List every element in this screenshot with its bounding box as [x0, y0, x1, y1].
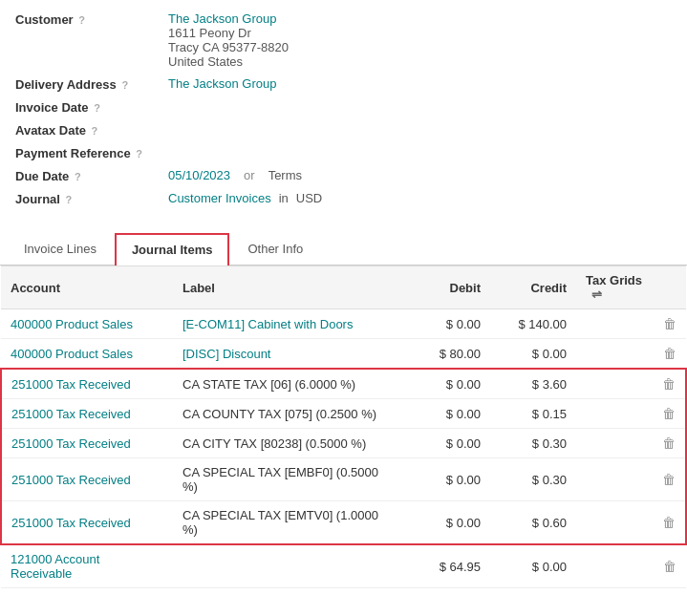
due-date-help-icon[interactable]: ?	[75, 171, 81, 182]
col-header-label: Label	[173, 266, 404, 309]
journal-label: Journal ?	[15, 191, 168, 206]
delivery-address-label-text: Delivery Address	[15, 77, 117, 92]
invoice-date-row: Invoice Date ?	[15, 99, 672, 115]
delete-cell: 🗑	[653, 429, 686, 458]
delete-cell: 🗑	[653, 399, 686, 429]
invoice-date-label-text: Invoice Date	[15, 100, 89, 115]
journal-row: Journal ? Customer Invoices in USD	[15, 191, 672, 206]
customer-address-line3: United States	[168, 54, 672, 69]
due-date-text: 05/10/2023	[168, 168, 230, 182]
table-row: 251000 Tax ReceivedCA STATE TAX [06] (6.…	[1, 369, 686, 399]
payment-reference-label-text: Payment Reference	[15, 146, 131, 160]
tab-other-info[interactable]: Other Info	[231, 233, 319, 265]
due-date-terms: Terms	[268, 168, 302, 182]
payment-reference-row: Payment Reference ?	[15, 145, 672, 160]
due-date-label-text: Due Date	[15, 169, 69, 183]
invoice-date-input[interactable]	[168, 99, 283, 114]
table-header-row: Account Label Debit Credit Tax Grids ⇌	[1, 266, 686, 309]
customer-name-link[interactable]: The Jackson Group	[168, 11, 672, 26]
journal-help-icon[interactable]: ?	[66, 194, 73, 205]
form-section: Customer ? The Jackson Group 1611 Peony …	[0, 0, 687, 225]
delete-cell: 🗑	[653, 369, 686, 399]
col-header-account: Account	[1, 266, 173, 309]
journal-label-text: Journal	[15, 192, 60, 206]
avatax-date-input[interactable]	[168, 122, 283, 137]
delete-row-icon[interactable]: 🗑	[662, 406, 676, 421]
delete-row-icon[interactable]: 🗑	[663, 346, 676, 361]
delivery-address-label: Delivery Address ?	[15, 76, 168, 92]
payment-reference-help-icon[interactable]: ?	[136, 148, 142, 159]
delivery-address-link[interactable]: The Jackson Group	[168, 76, 276, 91]
delivery-address-row: Delivery Address ? The Jackson Group	[15, 76, 672, 92]
delivery-address-help-icon[interactable]: ?	[121, 79, 128, 91]
avatax-date-label-text: Avatax Date	[15, 123, 86, 138]
table-row: 400000 Product Sales[E-COM11] Cabinet wi…	[1, 309, 686, 339]
delete-cell: 🗑	[653, 458, 686, 501]
delivery-address-value: The Jackson Group	[168, 76, 672, 91]
table-row: 121000 Account Receivable$ 64.95$ 0.00🗑	[1, 544, 686, 588]
journal-table: Account Label Debit Credit Tax Grids ⇌ 4…	[0, 266, 687, 588]
journal-value: Customer Invoices in USD	[168, 191, 672, 205]
due-date-label: Due Date ?	[15, 168, 168, 183]
col-header-tax-grids: Tax Grids ⇌	[576, 266, 653, 309]
due-date-or: or	[244, 168, 255, 182]
invoice-date-label: Invoice Date ?	[15, 99, 168, 115]
payment-reference-input[interactable]	[168, 145, 359, 159]
delete-cell: 🗑	[653, 501, 686, 545]
tab-journal-items[interactable]: Journal Items	[115, 233, 230, 266]
avatax-date-value[interactable]	[168, 122, 672, 137]
delete-row-icon[interactable]: 🗑	[663, 316, 676, 331]
delete-row-icon[interactable]: 🗑	[662, 472, 676, 487]
delete-row-icon[interactable]: 🗑	[662, 435, 676, 451]
customer-address-line2: Tracy CA 95377-8820	[168, 40, 672, 54]
col-header-debit: Debit	[404, 266, 490, 309]
journal-in-text: in	[279, 191, 289, 205]
table-row: 251000 Tax ReceivedCA SPECIAL TAX [EMBF0…	[1, 458, 686, 501]
delete-row-icon[interactable]: 🗑	[662, 376, 676, 392]
invoice-date-value[interactable]	[168, 99, 672, 114]
payment-reference-label: Payment Reference ?	[15, 145, 168, 160]
invoice-date-help-icon[interactable]: ?	[94, 102, 100, 114]
tabs-container: Invoice Lines Journal Items Other Info	[0, 233, 687, 266]
delete-row-icon[interactable]: 🗑	[663, 559, 676, 574]
avatax-date-row: Avatax Date ?	[15, 122, 672, 138]
table-row: 251000 Tax ReceivedCA COUNTY TAX [075] (…	[1, 399, 686, 429]
due-date-row: Due Date ? 05/10/2023 or Terms	[15, 168, 672, 183]
avatax-date-label: Avatax Date ?	[15, 122, 168, 138]
payment-reference-value[interactable]	[168, 145, 672, 159]
delete-cell: 🗑	[653, 309, 686, 339]
delete-cell: 🗑	[653, 544, 686, 588]
customer-address-line1: 1611 Peony Dr	[168, 26, 672, 40]
table-row: 251000 Tax ReceivedCA CITY TAX [80238] (…	[1, 429, 686, 458]
col-header-credit: Credit	[490, 266, 576, 309]
col-header-action	[653, 266, 686, 309]
due-date-value: 05/10/2023 or Terms	[168, 168, 672, 182]
table-row: 400000 Product Sales[DISC] Discount$ 80.…	[1, 339, 686, 370]
tab-invoice-lines[interactable]: Invoice Lines	[8, 233, 113, 265]
avatax-date-help-icon[interactable]: ?	[92, 125, 98, 137]
table-row: 251000 Tax ReceivedCA SPECIAL TAX [EMTV0…	[1, 501, 686, 545]
customer-value: The Jackson Group 1611 Peony Dr Tracy CA…	[168, 11, 672, 69]
customer-label: Customer ?	[15, 11, 168, 27]
customer-label-text: Customer	[15, 12, 74, 27]
tax-grids-settings-icon[interactable]: ⇌	[591, 287, 602, 302]
customer-help-icon[interactable]: ?	[78, 14, 85, 26]
customer-row: Customer ? The Jackson Group 1611 Peony …	[15, 11, 672, 69]
delete-cell: 🗑	[653, 339, 686, 370]
journal-name-link[interactable]: Customer Invoices	[168, 191, 271, 205]
journal-currency-text: USD	[296, 191, 322, 205]
delete-row-icon[interactable]: 🗑	[662, 515, 676, 530]
